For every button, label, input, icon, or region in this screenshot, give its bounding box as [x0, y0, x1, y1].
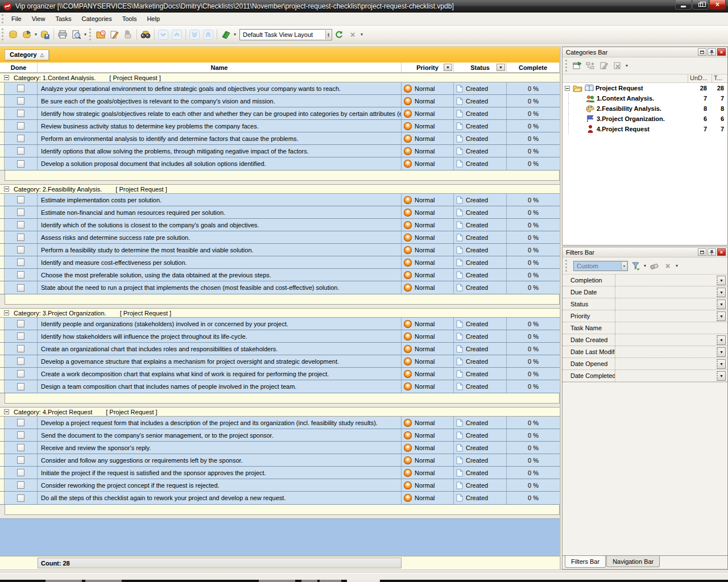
done-checkbox[interactable] — [17, 481, 24, 489]
task-name[interactable]: Send the document to the company's senio… — [38, 429, 402, 441]
priority-cell[interactable]: Normal — [402, 429, 454, 441]
done-cell[interactable] — [5, 380, 38, 393]
task-name[interactable]: Perform an environmental analysis to ide… — [38, 132, 402, 144]
task-complete[interactable]: 0 % — [507, 442, 560, 454]
task-name[interactable]: Develop a solution proposal document tha… — [38, 157, 402, 170]
done-checkbox[interactable] — [17, 494, 24, 502]
task-name[interactable]: Consider reworking the project concept i… — [38, 479, 402, 491]
task-complete[interactable]: 0 % — [507, 492, 560, 504]
status-cell[interactable]: Created — [454, 454, 507, 466]
categories-bar-restore-icon[interactable] — [698, 48, 706, 56]
task-complete[interactable]: 0 % — [507, 467, 560, 479]
task-complete[interactable]: 0 % — [507, 157, 560, 170]
menu-item-categories[interactable]: Categories — [77, 14, 117, 24]
column-header-complete[interactable]: Complete — [507, 63, 560, 72]
task-name[interactable]: Estimate non-financial and human resourc… — [38, 206, 402, 218]
categories-bar-close-icon[interactable]: × — [717, 48, 726, 56]
done-cell[interactable] — [5, 442, 38, 454]
priority-cell[interactable]: Normal — [402, 454, 454, 466]
tree-collapse-icon[interactable] — [565, 86, 570, 91]
priority-cell[interactable]: Normal — [402, 417, 454, 429]
priority-cell[interactable]: Normal — [402, 206, 454, 218]
collapse-group-icon[interactable] — [4, 310, 9, 315]
task-name[interactable]: Identify how strategic goals/objectives … — [38, 107, 402, 119]
new-category-button[interactable] — [570, 59, 584, 73]
priority-cell[interactable]: Normal — [402, 380, 454, 393]
filter-value-field[interactable] — [615, 370, 715, 381]
filter-dropdown-icon[interactable]: ▼ — [717, 347, 726, 357]
done-checkbox[interactable] — [17, 259, 24, 266]
filter-dropdown-icon[interactable]: ▼ — [717, 335, 726, 345]
done-checkbox[interactable] — [17, 419, 24, 426]
priority-cell[interactable]: Normal — [402, 145, 454, 157]
task-complete[interactable]: 0 % — [507, 355, 560, 367]
tab-navigation-bar[interactable]: Navigation Bar — [606, 556, 660, 567]
table-row[interactable]: Choose the most preferable solution, usi… — [0, 269, 560, 281]
task-name[interactable]: Assess risks and determine success rate … — [38, 231, 402, 243]
done-cell[interactable] — [5, 281, 38, 294]
filter-dropdown-icon[interactable]: ▼ — [717, 311, 726, 321]
filter-dropdown-icon[interactable]: ▼ — [717, 371, 726, 381]
menu-item-tools[interactable]: Tools — [117, 14, 142, 24]
category-header-row[interactable]: Category: 2.Feasibility Analysis. [ Proj… — [0, 184, 560, 194]
filter-value-field[interactable] — [615, 275, 715, 286]
done-checkbox[interactable] — [17, 320, 24, 327]
task-complete[interactable]: 0 % — [507, 206, 560, 218]
tab-filters-bar[interactable]: Filters Bar — [565, 556, 606, 568]
layout-combo[interactable]: Default Task View Layout ▲▼ — [239, 29, 332, 40]
done-cell[interactable] — [5, 231, 38, 243]
table-row[interactable]: Create an organizational chart that incl… — [0, 343, 560, 355]
table-row[interactable]: Consider and follow any suggestions or r… — [0, 454, 560, 467]
category-header-row[interactable]: Category: 4.Project Request [ Project Re… — [0, 407, 560, 417]
group-footer-row[interactable] — [5, 505, 560, 515]
table-row[interactable]: Develop a governance structure that expl… — [0, 355, 560, 368]
done-cell[interactable] — [5, 368, 38, 380]
table-row[interactable]: Review business activity status to deter… — [0, 120, 560, 132]
task-name[interactable]: Identify how stakeholders will influence… — [38, 330, 402, 342]
table-row[interactable]: Estimate implementation costs per soluti… — [0, 194, 560, 206]
menu-item-tasks[interactable]: Tasks — [50, 14, 76, 24]
layout-combo-spinner[interactable]: ▲▼ — [325, 30, 331, 39]
filter-value-field[interactable] — [615, 298, 715, 310]
filter-value-field[interactable] — [615, 310, 715, 322]
minimize-button[interactable] — [675, 0, 692, 10]
column-header-priority[interactable]: Priority ▼ — [402, 63, 454, 72]
priority-cell[interactable]: Normal — [402, 231, 454, 243]
priority-cell[interactable]: Normal — [402, 194, 454, 206]
task-name[interactable]: Develop a governance structure that expl… — [38, 355, 402, 367]
task-name[interactable]: Be sure each of the goals/objectives is … — [38, 95, 402, 107]
tree-root-row[interactable]: Project Request 28 28 — [562, 83, 727, 93]
task-complete[interactable]: 0 % — [507, 219, 560, 231]
task-name[interactable]: Perform a feasibility study to determine… — [38, 244, 402, 256]
task-complete[interactable]: 0 % — [507, 231, 560, 243]
task-name[interactable]: Consider and follow any suggestions or r… — [38, 454, 402, 466]
priority-cell[interactable]: Normal — [402, 244, 454, 256]
task-name[interactable]: Analyze your operational environment to … — [38, 82, 402, 94]
menu-item-view[interactable]: View — [27, 14, 51, 24]
status-cell[interactable]: Created — [454, 281, 507, 294]
done-checkbox[interactable] — [17, 444, 24, 451]
done-cell[interactable] — [5, 244, 38, 256]
done-cell[interactable] — [5, 157, 38, 170]
done-checkbox[interactable] — [17, 160, 24, 168]
priority-cell[interactable]: Normal — [402, 492, 454, 504]
print-preview-button[interactable] — [69, 28, 83, 41]
group-footer-row[interactable] — [5, 294, 560, 305]
done-cell[interactable] — [5, 82, 38, 94]
done-checkbox[interactable] — [17, 345, 24, 352]
find-button[interactable] — [139, 28, 152, 41]
done-checkbox[interactable] — [17, 469, 24, 476]
task-complete[interactable]: 0 % — [507, 82, 560, 94]
column-header-done[interactable]: Done — [0, 63, 38, 72]
apply-filter-dropdown-icon[interactable]: ▾ — [643, 263, 647, 268]
task-complete[interactable]: 0 % — [507, 244, 560, 256]
done-checkbox[interactable] — [17, 221, 24, 228]
done-checkbox[interactable] — [17, 456, 24, 464]
priority-cell[interactable]: Normal — [402, 330, 454, 342]
toolbar-overflow-icon[interactable]: ▾ — [359, 32, 364, 37]
group-footer-row[interactable] — [5, 393, 560, 404]
table-row[interactable]: Do all the steps of this checklist again… — [0, 492, 560, 504]
done-cell[interactable] — [5, 479, 38, 491]
restore-button[interactable] — [692, 0, 709, 10]
menu-item-file[interactable]: File — [6, 14, 27, 24]
